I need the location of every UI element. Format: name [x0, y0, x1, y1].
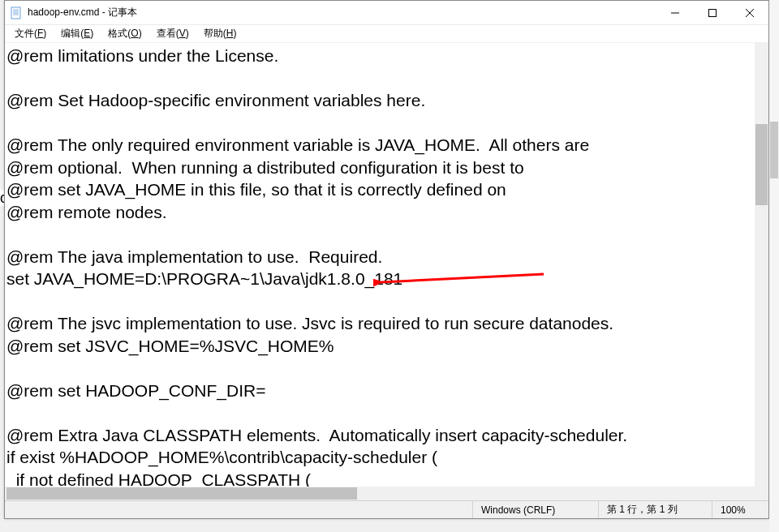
- statusbar: Windows (CRLF) 第 1 行，第 1 列 100%: [5, 500, 768, 518]
- scroll-corner: [755, 487, 768, 500]
- menu-file[interactable]: 文件(F): [8, 25, 53, 42]
- menu-format[interactable]: 格式(O): [101, 25, 148, 42]
- menubar: 文件(F) 编辑(E) 格式(O) 查看(V) 帮助(H): [5, 25, 768, 43]
- notepad-window: hadoop-env.cmd - 记事本 文件(F) 编辑(E) 格式(O) 查…: [4, 0, 769, 519]
- notepad-icon: [10, 6, 23, 19]
- status-position: 第 1 行，第 1 列: [598, 501, 712, 518]
- close-button[interactable]: [731, 1, 768, 24]
- window-controls: [656, 1, 768, 24]
- outer-vertical-scrollbar[interactable]: [769, 0, 779, 532]
- outer-vertical-scrollbar-thumb[interactable]: [770, 122, 778, 178]
- menu-view[interactable]: 查看(V): [150, 25, 196, 42]
- status-zoom: 100%: [712, 501, 768, 518]
- status-encoding: Windows (CRLF): [472, 501, 598, 518]
- titlebar: hadoop-env.cmd - 记事本: [5, 1, 768, 25]
- menu-help[interactable]: 帮助(H): [197, 25, 243, 42]
- maximize-button[interactable]: [694, 1, 731, 24]
- editor-area: @rem limitations under the License. @rem…: [5, 43, 768, 500]
- minimize-button[interactable]: [656, 1, 694, 24]
- text-editor[interactable]: @rem limitations under the License. @rem…: [5, 43, 755, 487]
- vertical-scrollbar-thumb[interactable]: [755, 124, 768, 205]
- svg-rect-6: [709, 9, 717, 16]
- vertical-scrollbar[interactable]: [755, 43, 768, 487]
- menu-edit[interactable]: 编辑(E): [54, 25, 100, 42]
- window-title: hadoop-env.cmd - 记事本: [28, 6, 656, 19]
- horizontal-scrollbar-thumb[interactable]: [6, 487, 357, 500]
- horizontal-scrollbar[interactable]: [5, 487, 755, 500]
